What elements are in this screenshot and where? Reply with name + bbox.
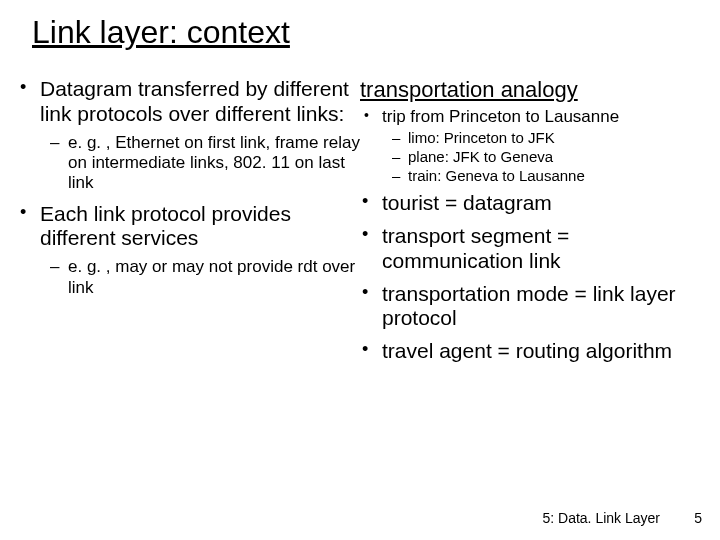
right-trip-sub-1: plane: JFK to Geneva — [382, 148, 702, 167]
right-point-segment: transport segment = communication link — [360, 224, 702, 274]
left-bullet-2: Each link protocol provides different se… — [18, 202, 360, 298]
right-trip-text: trip from Princeton to Lausanne — [382, 107, 619, 126]
footer-page-number: 5 — [694, 510, 702, 526]
footer-label: 5: Data. Link Layer — [542, 510, 660, 526]
right-trip-sub-2: train: Geneva to Lausanne — [382, 167, 702, 186]
left-bullet-2-sub: e. g. , may or may not provide rdt over … — [40, 257, 360, 298]
right-point-mode: transportation mode = link layer protoco… — [360, 282, 702, 332]
left-bullet-1: Datagram transferred by different link p… — [18, 77, 360, 194]
slide-title: Link layer: context — [0, 0, 720, 51]
left-bullet-1-sub: e. g. , Ethernet on first link, frame re… — [40, 133, 360, 194]
right-column: transportation analogy trip from Princet… — [360, 77, 702, 372]
right-point-agent: travel agent = routing algorithm — [360, 339, 702, 364]
right-trip-sub-0: limo: Princeton to JFK — [382, 129, 702, 148]
content-columns: Datagram transferred by different link p… — [0, 51, 720, 372]
right-trip: trip from Princeton to Lausanne limo: Pr… — [360, 107, 702, 185]
right-heading: transportation analogy — [360, 77, 702, 103]
left-bullet-1-text: Datagram transferred by different link p… — [40, 77, 349, 125]
right-point-tourist: tourist = datagram — [360, 191, 702, 216]
left-column: Datagram transferred by different link p… — [18, 77, 360, 372]
left-bullet-2-text: Each link protocol provides different se… — [40, 202, 291, 250]
